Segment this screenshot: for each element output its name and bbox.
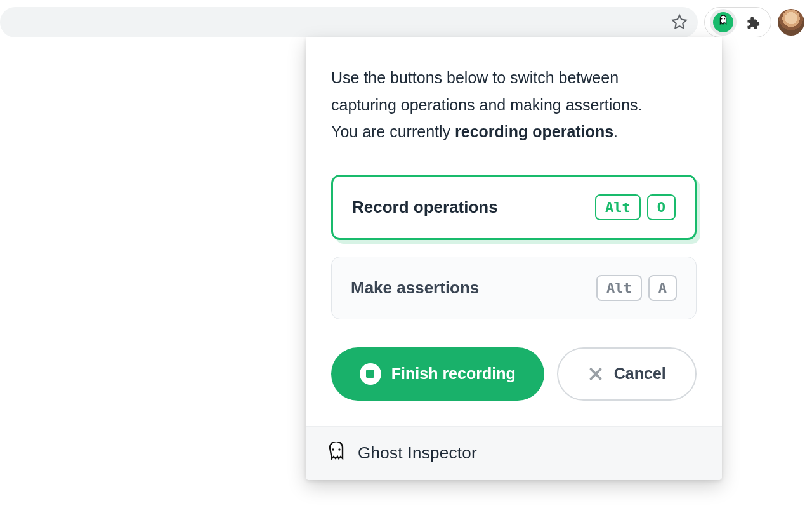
cancel-button[interactable]: Cancel [557, 347, 697, 401]
svg-point-5 [338, 448, 340, 450]
intro-line: . [613, 123, 618, 140]
record-operations-label: Record operations [352, 197, 498, 217]
finish-recording-label: Finish recording [391, 364, 516, 383]
brand-name: Ghost Inspector [358, 443, 477, 463]
make-assertions-button[interactable]: Make assertions Alt A [331, 257, 697, 319]
extension-popup: Use the buttons below to switch between … [306, 37, 722, 480]
extensions-puzzle-icon[interactable] [739, 9, 766, 36]
record-operations-button[interactable]: Record operations Alt O [331, 175, 697, 240]
action-row: Finish recording Cancel [331, 347, 697, 401]
shortcut-key: O [647, 194, 676, 220]
record-shortcut: Alt O [595, 194, 676, 220]
intro-current-mode: recording operations [455, 123, 613, 140]
intro-line: You are currently [331, 123, 455, 140]
finish-recording-button[interactable]: Finish recording [331, 347, 544, 401]
close-icon [587, 366, 604, 382]
svg-point-0 [721, 18, 723, 19]
intro-text: Use the buttons below to switch between … [331, 64, 697, 145]
intro-line: capturing operations and making assertio… [331, 96, 643, 114]
extensions-group [704, 7, 771, 37]
shortcut-key: A [648, 275, 677, 301]
profile-avatar[interactable] [778, 9, 804, 36]
omnibox[interactable] [0, 7, 698, 37]
svg-point-1 [724, 18, 725, 19]
stop-icon [360, 363, 381, 385]
assert-shortcut: Alt A [596, 275, 677, 301]
cancel-label: Cancel [614, 364, 666, 383]
svg-point-4 [332, 448, 334, 450]
intro-line: Use the buttons below to switch between [331, 69, 619, 86]
ghost-inspector-extension-icon[interactable] [710, 9, 737, 36]
make-assertions-label: Make assertions [351, 278, 479, 298]
popup-footer: Ghost Inspector [306, 426, 722, 480]
shortcut-key: Alt [596, 275, 642, 301]
bookmark-star-icon[interactable] [670, 13, 689, 32]
ghost-icon [324, 442, 349, 465]
shortcut-key: Alt [595, 194, 641, 220]
